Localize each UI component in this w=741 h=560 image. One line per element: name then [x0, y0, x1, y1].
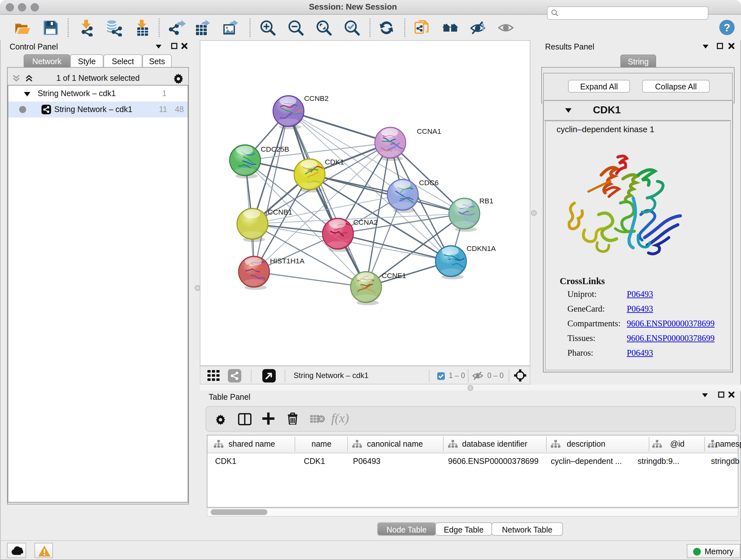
- svg-text:CDC6: CDC6: [419, 179, 439, 187]
- svg-text:CCNB1: CCNB1: [268, 208, 292, 216]
- svg-text:CCNB2: CCNB2: [304, 95, 329, 103]
- svg-text:CCNA1: CCNA1: [417, 127, 441, 135]
- svg-text:CDC25B: CDC25B: [261, 145, 289, 153]
- svg-text:HIST1H1A: HIST1H1A: [270, 257, 305, 265]
- svg-text:CDK1: CDK1: [325, 158, 344, 166]
- svg-text:CCNE1: CCNE1: [382, 272, 406, 280]
- svg-text:CCNA2: CCNA2: [353, 219, 378, 226]
- svg-text:RB1: RB1: [479, 197, 493, 205]
- svg-text:CDKN1A: CDKN1A: [467, 245, 496, 253]
- svg-text:?: ?: [724, 21, 731, 34]
